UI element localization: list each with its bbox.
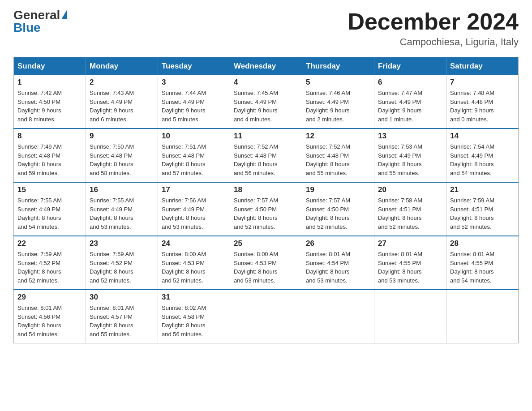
table-row: 18Sunrise: 7:57 AMSunset: 4:50 PMDayligh… [230, 182, 302, 236]
day-number: 14 [450, 132, 515, 141]
table-row: 29Sunrise: 8:01 AMSunset: 4:56 PMDayligh… [14, 290, 86, 343]
table-row [374, 290, 446, 343]
table-row: 14Sunrise: 7:54 AMSunset: 4:49 PMDayligh… [446, 128, 519, 182]
table-row: 7Sunrise: 7:48 AMSunset: 4:48 PMDaylight… [446, 75, 519, 128]
day-info: Sunrise: 7:57 AMSunset: 4:50 PMDaylight:… [306, 196, 370, 231]
day-number: 26 [306, 239, 370, 248]
day-info: Sunrise: 7:52 AMSunset: 4:48 PMDaylight:… [234, 142, 298, 177]
day-number: 8 [17, 132, 82, 141]
calendar-week-row: 29Sunrise: 8:01 AMSunset: 4:56 PMDayligh… [14, 290, 519, 343]
day-number: 25 [234, 239, 298, 248]
table-row: 12Sunrise: 7:52 AMSunset: 4:48 PMDayligh… [302, 128, 374, 182]
logo-general-text: General [13, 9, 60, 21]
table-row: 10Sunrise: 7:51 AMSunset: 4:48 PMDayligh… [158, 128, 230, 182]
day-number: 6 [378, 78, 442, 87]
day-info: Sunrise: 8:00 AMSunset: 4:53 PMDaylight:… [162, 250, 226, 285]
table-row: 3Sunrise: 7:44 AMSunset: 4:49 PMDaylight… [158, 75, 230, 128]
day-info: Sunrise: 7:47 AMSunset: 4:49 PMDaylight:… [378, 89, 442, 124]
day-info: Sunrise: 7:56 AMSunset: 4:49 PMDaylight:… [162, 196, 226, 231]
calendar-week-row: 1Sunrise: 7:42 AMSunset: 4:50 PMDaylight… [14, 75, 519, 128]
day-info: Sunrise: 7:54 AMSunset: 4:49 PMDaylight:… [450, 142, 515, 177]
table-row: 4Sunrise: 7:45 AMSunset: 4:49 PMDaylight… [230, 75, 302, 128]
col-thursday: Thursday [302, 57, 374, 76]
day-info: Sunrise: 7:44 AMSunset: 4:49 PMDaylight:… [162, 89, 226, 124]
table-row: 25Sunrise: 8:00 AMSunset: 4:53 PMDayligh… [230, 236, 302, 290]
calendar-week-row: 15Sunrise: 7:55 AMSunset: 4:49 PMDayligh… [14, 182, 519, 236]
col-wednesday: Wednesday [230, 57, 302, 76]
table-row: 11Sunrise: 7:52 AMSunset: 4:48 PMDayligh… [230, 128, 302, 182]
table-row: 21Sunrise: 7:59 AMSunset: 4:51 PMDayligh… [446, 182, 519, 236]
day-info: Sunrise: 7:49 AMSunset: 4:48 PMDaylight:… [17, 142, 82, 177]
calendar-week-row: 8Sunrise: 7:49 AMSunset: 4:48 PMDaylight… [14, 128, 519, 182]
day-number: 11 [234, 132, 298, 141]
table-row [230, 290, 302, 343]
day-number: 27 [378, 239, 442, 248]
day-info: Sunrise: 7:45 AMSunset: 4:49 PMDaylight:… [234, 89, 298, 124]
table-row: 31Sunrise: 8:02 AMSunset: 4:58 PMDayligh… [158, 290, 230, 343]
day-number: 16 [90, 185, 154, 194]
day-info: Sunrise: 8:01 AMSunset: 4:56 PMDaylight:… [17, 304, 82, 338]
col-tuesday: Tuesday [158, 57, 230, 76]
day-number: 29 [17, 293, 82, 302]
table-row: 13Sunrise: 7:53 AMSunset: 4:49 PMDayligh… [374, 128, 446, 182]
day-info: Sunrise: 8:01 AMSunset: 4:54 PMDaylight:… [306, 250, 370, 285]
table-row: 15Sunrise: 7:55 AMSunset: 4:49 PMDayligh… [14, 182, 86, 236]
day-info: Sunrise: 8:01 AMSunset: 4:55 PMDaylight:… [450, 250, 515, 285]
day-number: 30 [90, 293, 154, 302]
day-number: 12 [306, 132, 370, 141]
table-row: 1Sunrise: 7:42 AMSunset: 4:50 PMDaylight… [14, 75, 86, 128]
day-info: Sunrise: 8:02 AMSunset: 4:58 PMDaylight:… [162, 304, 226, 338]
day-number: 23 [90, 239, 154, 248]
day-number: 17 [162, 185, 226, 194]
table-row: 22Sunrise: 7:59 AMSunset: 4:52 PMDayligh… [14, 236, 86, 290]
day-number: 31 [162, 293, 226, 302]
table-row: 17Sunrise: 7:56 AMSunset: 4:49 PMDayligh… [158, 182, 230, 236]
table-row: 24Sunrise: 8:00 AMSunset: 4:53 PMDayligh… [158, 236, 230, 290]
day-number: 10 [162, 132, 226, 141]
table-row: 30Sunrise: 8:01 AMSunset: 4:57 PMDayligh… [86, 290, 158, 343]
day-info: Sunrise: 7:52 AMSunset: 4:48 PMDaylight:… [306, 142, 370, 177]
calendar-header-row: Sunday Monday Tuesday Wednesday Thursday… [14, 57, 519, 76]
day-info: Sunrise: 7:55 AMSunset: 4:49 PMDaylight:… [17, 196, 82, 231]
logo: General Blue [13, 9, 67, 34]
day-info: Sunrise: 7:51 AMSunset: 4:48 PMDaylight:… [162, 142, 226, 177]
table-row: 2Sunrise: 7:43 AMSunset: 4:49 PMDaylight… [86, 75, 158, 128]
day-number: 19 [306, 185, 370, 194]
day-number: 13 [378, 132, 442, 141]
table-row: 16Sunrise: 7:55 AMSunset: 4:49 PMDayligh… [86, 182, 158, 236]
day-number: 7 [450, 78, 515, 87]
day-number: 1 [17, 78, 82, 87]
day-number: 2 [90, 78, 154, 87]
day-info: Sunrise: 8:01 AMSunset: 4:55 PMDaylight:… [378, 250, 442, 285]
location-title: Campochiesa, Liguria, Italy [348, 36, 519, 48]
table-row: 28Sunrise: 8:01 AMSunset: 4:55 PMDayligh… [446, 236, 519, 290]
table-row: 9Sunrise: 7:50 AMSunset: 4:48 PMDaylight… [86, 128, 158, 182]
col-saturday: Saturday [446, 57, 519, 76]
day-number: 5 [306, 78, 370, 87]
col-sunday: Sunday [14, 57, 86, 76]
day-number: 4 [234, 78, 298, 87]
day-info: Sunrise: 8:01 AMSunset: 4:57 PMDaylight:… [90, 304, 154, 338]
day-info: Sunrise: 7:59 AMSunset: 4:52 PMDaylight:… [90, 250, 154, 285]
day-number: 28 [450, 239, 515, 248]
day-info: Sunrise: 7:50 AMSunset: 4:48 PMDaylight:… [90, 142, 154, 177]
table-row: 23Sunrise: 7:59 AMSunset: 4:52 PMDayligh… [86, 236, 158, 290]
calendar-week-row: 22Sunrise: 7:59 AMSunset: 4:52 PMDayligh… [14, 236, 519, 290]
day-info: Sunrise: 7:42 AMSunset: 4:50 PMDaylight:… [17, 89, 82, 124]
table-row: 6Sunrise: 7:47 AMSunset: 4:49 PMDaylight… [374, 75, 446, 128]
table-row: 27Sunrise: 8:01 AMSunset: 4:55 PMDayligh… [374, 236, 446, 290]
table-row: 5Sunrise: 7:46 AMSunset: 4:49 PMDaylight… [302, 75, 374, 128]
day-number: 15 [17, 185, 82, 194]
table-row: 8Sunrise: 7:49 AMSunset: 4:48 PMDaylight… [14, 128, 86, 182]
day-number: 24 [162, 239, 226, 248]
table-row [446, 290, 519, 343]
day-number: 21 [450, 185, 515, 194]
day-number: 20 [378, 185, 442, 194]
logo-blue-text: Blue [13, 21, 41, 34]
table-row: 20Sunrise: 7:58 AMSunset: 4:51 PMDayligh… [374, 182, 446, 236]
table-row [302, 290, 374, 343]
day-number: 3 [162, 78, 226, 87]
day-number: 22 [17, 239, 82, 248]
table-row: 19Sunrise: 7:57 AMSunset: 4:50 PMDayligh… [302, 182, 374, 236]
day-number: 9 [90, 132, 154, 141]
